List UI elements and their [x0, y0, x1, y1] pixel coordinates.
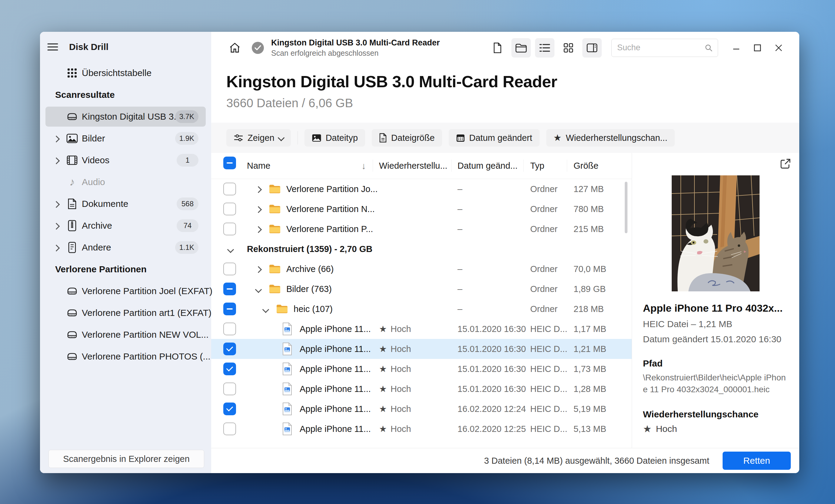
chevron-right-icon[interactable] [255, 186, 262, 193]
column-header-recovery[interactable]: Wiederherstellu... [379, 153, 452, 179]
chevron-right-icon[interactable] [53, 158, 60, 165]
grid-view-icon[interactable] [559, 38, 578, 58]
music-note-icon: ♪ [65, 175, 79, 189]
column-header-type[interactable]: Typ [530, 153, 567, 179]
sidebar-item-audio: ♪ Audio [40, 171, 211, 193]
table-row[interactable]: Apple iPhone 11... ★Hoch 16.02.2020 12:2… [211, 399, 632, 419]
table-row[interactable]: Verlorene Partition N... – Ordner 780 MB [211, 199, 632, 219]
chevron-down-icon[interactable] [227, 246, 234, 253]
column-header-size[interactable]: Größe [573, 153, 625, 179]
home-icon[interactable] [229, 42, 241, 54]
close-button[interactable] [770, 39, 787, 56]
show-filter-button[interactable]: Zeigen [226, 129, 291, 147]
star-icon: ★ [379, 344, 387, 354]
sidebar-item-device[interactable]: Kingston Digital USB 3.... 3.7K [40, 106, 211, 127]
count-badge: 1.1K [175, 241, 199, 254]
chevron-down-icon[interactable] [255, 286, 262, 293]
table-group-row[interactable]: Rekonstruiert (1359) - 2,70 GB [211, 239, 632, 259]
row-checkbox[interactable] [223, 422, 236, 435]
row-checkbox[interactable] [223, 362, 236, 375]
folder-icon [269, 204, 280, 213]
grid-dots-icon [65, 66, 79, 80]
recovery-chance-filter-label: Wiederherstellungschan... [566, 133, 667, 143]
preview-panel: Apple iPhone 11 Pro 4032x... HEIC Datei … [632, 153, 799, 448]
sidebar-item-overview[interactable]: Übersichtstabelle [40, 62, 211, 84]
vertical-scrollbar[interactable] [625, 182, 628, 233]
row-checkbox[interactable] [223, 302, 236, 315]
table-row[interactable]: Bilder (763) – Ordner 1,89 GB [211, 279, 632, 299]
table-row[interactable]: Archive (66) – Ordner 70,0 MB [211, 259, 632, 279]
open-external-icon[interactable] [779, 158, 791, 170]
table-row[interactable]: Apple iPhone 11... ★Hoch 15.01.2020 16:3… [211, 379, 632, 399]
select-all-checkbox[interactable] [223, 156, 236, 169]
file-size-filter-button[interactable]: Dateigröße [372, 129, 442, 147]
image-file-icon [282, 382, 292, 396]
sidebar-item-partition-joel[interactable]: Verlorene Partition Joel (EXFAT) [40, 280, 211, 302]
file-name: Apple iPhone 11... [300, 339, 371, 359]
column-header-name[interactable]: Name [247, 153, 270, 179]
chevron-right-icon[interactable] [53, 201, 60, 208]
chevron-right-icon[interactable] [255, 266, 262, 273]
file-name: Apple iPhone 11... [300, 399, 371, 419]
preview-recovery-label: Wiederherstellungschance [643, 409, 788, 420]
topbar-actions [488, 38, 787, 58]
preview-recovery-value: ★ Hoch [643, 423, 788, 435]
row-checkbox[interactable] [223, 382, 236, 395]
chevron-right-icon[interactable] [53, 223, 60, 230]
chevron-right-icon[interactable] [255, 226, 262, 233]
table-row[interactable]: Apple iPhone 11... ★Hoch 15.01.2020 16:3… [211, 359, 632, 379]
row-checkbox[interactable] [223, 282, 236, 295]
sidebar-item-videos[interactable]: Videos 1 [40, 149, 211, 171]
chevron-right-icon[interactable] [255, 206, 262, 213]
recovery-chance: Hoch [390, 384, 411, 394]
star-icon: ★ [379, 424, 387, 434]
row-checkbox[interactable] [223, 223, 236, 235]
row-checkbox[interactable] [223, 262, 236, 275]
minimize-button[interactable] [728, 39, 745, 56]
file-type-filter-button[interactable]: Dateityp [305, 129, 365, 147]
column-header-date[interactable]: Datum geänd... [457, 153, 527, 179]
sidebar-item-dokumente[interactable]: Dokumente 568 [40, 193, 211, 215]
table-row[interactable]: Verlorene Partition P... – Ordner 215 MB [211, 219, 632, 239]
recovery-chance: Hoch [390, 404, 411, 414]
search-input[interactable] [616, 43, 705, 53]
preview-date-modified: Datum geändert 15.01.2020 16:30 [643, 334, 788, 344]
new-file-icon[interactable] [488, 38, 507, 58]
scan-title-block: Kingston Digital USB 3.0 Multi-Card Read… [271, 38, 440, 58]
page-subtitle: 3660 Dateien / 6,06 GB [226, 96, 799, 110]
sidebar-item-partition-art1[interactable]: Verlorene Partition art1 (EXFAT) [40, 302, 211, 324]
image-file-icon [282, 422, 292, 436]
recover-button[interactable]: Retten [722, 451, 791, 470]
open-folder-icon[interactable] [511, 38, 531, 58]
image-icon [312, 134, 322, 142]
list-view-icon[interactable] [535, 38, 554, 58]
sidebar-item-archive[interactable]: Archive 74 [40, 215, 211, 236]
maximize-button[interactable] [749, 39, 766, 56]
sidebar-item-bilder[interactable]: Bilder 1.9K [40, 127, 211, 149]
star-icon: ★ [379, 324, 387, 334]
table-row-selected[interactable]: Apple iPhone 11... ★Hoch 15.01.2020 16:3… [211, 339, 632, 359]
sidebar-item-andere[interactable]: Andere 1.1K [40, 236, 211, 258]
table-row[interactable]: Apple iPhone 11... ★Hoch 15.01.2020 16:3… [211, 319, 632, 339]
chevron-down-icon[interactable] [262, 306, 269, 313]
table-row[interactable]: heic (107) – Ordner 218 MB [211, 299, 632, 319]
chevron-right-icon[interactable] [53, 245, 60, 252]
table-row[interactable]: Verlorene Partition Jo... – Ordner 127 M… [211, 179, 632, 199]
row-checkbox[interactable] [223, 342, 236, 355]
hamburger-menu-icon[interactable] [47, 43, 58, 51]
calendar-icon [456, 133, 465, 142]
recovery-chance-filter-button[interactable]: ★ Wiederherstellungschan... [546, 129, 675, 147]
row-checkbox[interactable] [223, 402, 236, 415]
preview-path-value: \Rekonstruiert\Bilder\heic\Apple iPhone … [643, 372, 788, 395]
sidebar-item-partition-photos[interactable]: Verlorene Partition PHOTOS (... [40, 345, 211, 368]
show-in-explorer-button[interactable]: Scanergebnis in Explorer zeigen [48, 450, 204, 468]
row-checkbox[interactable] [223, 183, 236, 195]
row-checkbox[interactable] [223, 203, 236, 215]
chevron-right-icon[interactable] [53, 136, 60, 143]
table-row[interactable]: Apple iPhone 11... ★Hoch 16.02.2020 12:2… [211, 419, 632, 439]
preview-panel-toggle-icon[interactable] [582, 38, 602, 58]
sidebar-item-label: Videos [82, 149, 109, 171]
date-modified-filter-button[interactable]: Datum geändert [449, 129, 539, 147]
row-checkbox[interactable] [223, 322, 236, 335]
sidebar-item-partition-newvol[interactable]: Verlorene Partition NEW VOL... [40, 324, 211, 345]
